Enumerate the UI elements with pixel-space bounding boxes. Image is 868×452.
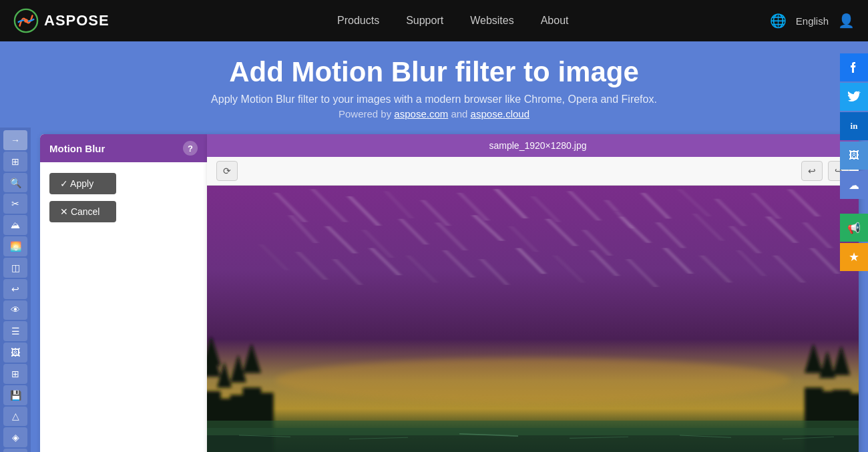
panel-header: Motion Blur ? [40,134,207,162]
editor-wrap: Motion Blur ? ✓ Apply ✕ Cancel sample_19… [31,128,868,452]
page-title: Add Motion Blur filter to image [13,56,855,88]
tool-zoom[interactable]: 🔍 [3,173,27,193]
tool-draw[interactable]: 🖊 [3,449,27,452]
left-toolbar: → ⊞ 🔍 ✂ ⛰ 🌅 ◫ ↩ 👁 ☰ 🖼 ⊞ 💾 △ ◈ 🖊 [0,128,31,452]
cloud-share-button[interactable]: ☁ [840,171,868,199]
svg-rect-68 [207,421,859,435]
tool-sticker[interactable]: ◈ [3,427,27,447]
cancel-button[interactable]: ✕ Cancel [49,201,116,222]
rotate-button[interactable]: ⟳ [216,161,238,181]
hero-subtitle: Apply Motion Blur filter to your images … [13,93,855,105]
tool-filter[interactable]: 🌅 [3,236,27,256]
aspose-cloud-link[interactable]: aspose.cloud [471,108,529,120]
filter-panel: Motion Blur ? ✓ Apply ✕ Cancel [40,134,207,452]
panel-body: ✓ Apply ✕ Cancel [40,162,207,233]
tool-landscape[interactable]: ⛰ [3,215,27,235]
social-bar: in 🖼 ☁ 📢 ★ [840,53,868,271]
star-button[interactable]: ★ [840,243,868,271]
tool-list[interactable]: ☰ [3,321,27,341]
image-share-icon: 🖼 [849,150,859,162]
night-sky-svg [207,186,859,452]
svg-point-1 [24,19,28,23]
language-label[interactable]: English [796,15,829,27]
twitter-button[interactable] [840,83,868,111]
navbar: ASPOSE Products Support Websites About 🌐… [0,0,868,41]
announce-button[interactable]: 📢 [840,214,868,242]
tool-crop[interactable]: ✂ [3,194,27,214]
panel-title: Motion Blur [49,143,105,154]
tool-grid2[interactable]: ⊞ [3,364,27,384]
tool-frame[interactable]: ◫ [3,258,27,278]
svg-point-49 [276,359,790,403]
image-share-button[interactable]: 🖼 [840,142,868,170]
nav-about[interactable]: About [541,15,569,27]
tool-undo[interactable]: ↩ [3,279,27,299]
globe-icon: 🌐 [770,13,787,29]
tool-arrow[interactable]: → [3,130,27,150]
aspose-com-link[interactable]: aspose.com [394,108,448,120]
night-sky-image [207,186,859,452]
nav-right: 🌐 English 👤 [770,13,855,29]
undo-button[interactable]: ↩ [801,161,823,181]
cloud-share-icon: ☁ [849,179,859,192]
tool-preview[interactable]: 👁 [3,300,27,320]
linkedin-icon: in [851,121,858,132]
user-icon[interactable]: 👤 [838,13,855,29]
linkedin-button[interactable]: in [840,112,868,140]
star-icon: ★ [849,250,859,264]
hero-powered: Powered by aspose.com and aspose.cloud [13,108,855,120]
twitter-icon [847,91,861,103]
viewer-toolbar: ⟳ ↩ ↪ [207,157,859,186]
nav-support[interactable]: Support [406,15,443,27]
facebook-icon [847,61,861,74]
nav-products[interactable]: Products [337,15,379,27]
svg-rect-2 [207,186,859,452]
tool-shape[interactable]: △ [3,407,27,427]
main-area: → ⊞ 🔍 ✂ ⛰ 🌅 ◫ ↩ 👁 ☰ 🖼 ⊞ 💾 △ ◈ 🖊 Motion B… [0,128,868,452]
hero-section: Add Motion Blur filter to image Apply Mo… [0,41,868,128]
tool-save[interactable]: 💾 [3,385,27,405]
nav-links: Products Support Websites About [136,15,770,27]
facebook-button[interactable] [840,53,868,81]
viewer-content [207,186,859,452]
panel-help-button[interactable]: ? [183,141,198,156]
viewer-filename: sample_1920×1280.jpg [236,140,839,151]
viewer-header: sample_1920×1280.jpg ✕ [207,134,859,157]
announce-icon: 📢 [847,222,861,234]
logo-icon [13,8,39,33]
logo-text: ASPOSE [44,12,110,29]
tool-grid[interactable]: ⊞ [3,152,27,172]
logo-link[interactable]: ASPOSE [13,8,110,33]
tool-image[interactable]: 🖼 [3,343,27,363]
image-viewer: sample_1920×1280.jpg ✕ ⟳ ↩ ↪ [207,134,859,452]
nav-websites[interactable]: Websites [470,15,514,27]
apply-button[interactable]: ✓ Apply [49,173,116,194]
